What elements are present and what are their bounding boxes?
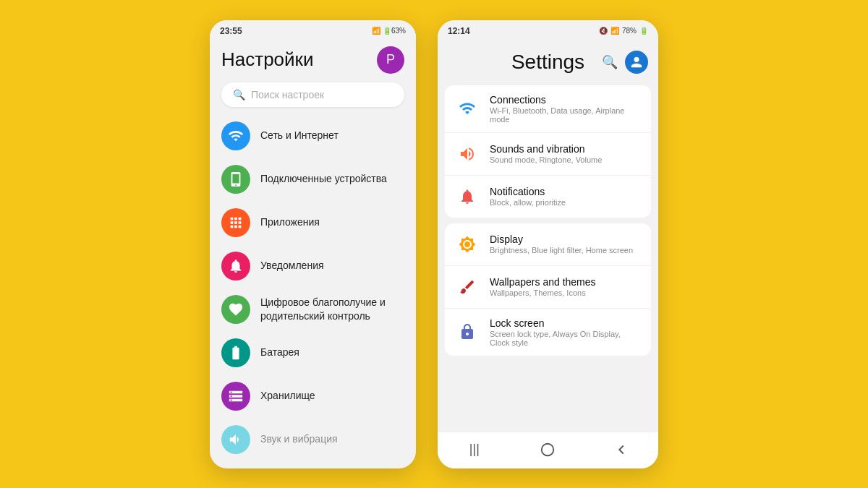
wallpapers-title: Wallpapers and themes (490, 276, 596, 288)
search-button[interactable]: 🔍 (602, 54, 618, 70)
sounds-text: Sounds and vibration Sound mode, Rington… (490, 143, 602, 164)
sound-icon (221, 425, 250, 454)
devices-icon (221, 165, 250, 194)
battery-icon-right: 🔋 (639, 27, 648, 35)
signal-icon: 📶 (610, 27, 619, 35)
left-settings-list: Сеть и Интернет Подключенные устройства … (210, 114, 416, 468)
wifi-icon (221, 121, 250, 150)
digital-wellbeing-icon (221, 295, 250, 324)
list-item[interactable]: Звук и вибрация (216, 418, 410, 461)
list-item[interactable]: Lock screen Screen lock type, Always On … (445, 309, 651, 356)
lockscreen-subtitle: Screen lock type, Always On Display, Clo… (490, 330, 641, 347)
search-placeholder: Поиск настроек (251, 89, 324, 100)
back-button[interactable] (607, 440, 636, 460)
left-status-bar: 23:55 📶 🔋63% (210, 20, 416, 39)
signal-icon: 📶 (372, 27, 380, 35)
network-label: Сеть и Интернет (260, 129, 339, 142)
recents-icon: ||| (469, 442, 480, 457)
battery-right: 78% (622, 27, 637, 35)
battery-label: Батарея (260, 346, 299, 359)
list-item[interactable]: Display Brightness, Blue light filter, H… (445, 223, 651, 266)
sound-label: Звук и вибрация (260, 432, 338, 445)
mute-icon: 🔇 (599, 27, 608, 35)
avatar[interactable]: P (377, 46, 404, 74)
right-status-bar: 12:14 🔇 📶 78% 🔋 (438, 20, 658, 39)
connections-subtitle: Wi-Fi, Bluetooth, Data usage, Airplane m… (490, 106, 641, 124)
display-text: Display Brightness, Blue light filter, H… (490, 234, 633, 254)
list-item[interactable]: Connections Wi-Fi, Bluetooth, Data usage… (445, 85, 651, 133)
left-header: Настройки P (210, 39, 416, 80)
notifications-label: Уведомления (260, 259, 324, 272)
list-item[interactable]: Хранилище (216, 374, 410, 418)
lockscreen-text: Lock screen Screen lock type, Always On … (490, 317, 641, 347)
wallpapers-icon (455, 275, 480, 299)
digital-label: Цифровое благополучие и родительский кон… (260, 296, 404, 322)
settings-group-2: Display Brightness, Blue light filter, H… (445, 223, 651, 356)
battery-icon (221, 338, 250, 367)
right-header: Settings 🔍 (438, 39, 658, 82)
storage-icon (221, 382, 250, 411)
lockscreen-title: Lock screen (490, 317, 641, 329)
list-item[interactable]: Цифровое благополучие и родительский кон… (216, 288, 410, 331)
left-phone: 23:55 📶 🔋63% Настройки P 🔍 Поиск настрое… (210, 20, 416, 468)
list-item[interactable]: Подключенные устройства (216, 158, 410, 201)
nav-bar: ||| (438, 432, 658, 468)
settings-group-1: Connections Wi-Fi, Bluetooth, Data usage… (445, 85, 651, 218)
notifications-right-subtitle: Block, allow, prioritize (490, 198, 566, 207)
battery-status: 🔋63% (383, 27, 406, 35)
connections-title: Connections (490, 94, 641, 106)
display-title: Display (490, 234, 633, 245)
display-icon (455, 232, 480, 257)
wallpapers-subtitle: Wallpapers, Themes, Icons (490, 288, 596, 297)
list-item[interactable]: Сеть и Интернет (216, 114, 410, 158)
notifications-right-text: Notifications Block, allow, prioritize (490, 186, 566, 207)
list-item[interactable]: Приложения (216, 201, 410, 244)
sounds-title: Sounds and vibration (490, 143, 602, 155)
left-status-icons: 📶 🔋63% (372, 27, 406, 35)
user-avatar[interactable] (625, 51, 648, 74)
left-title: Настройки (221, 48, 314, 71)
display-subtitle: Brightness, Blue light filter, Home scre… (490, 246, 633, 254)
home-button[interactable] (533, 440, 562, 460)
apps-icon (221, 208, 250, 237)
notifications-right-title: Notifications (490, 186, 566, 197)
list-item[interactable]: Wallpapers and themes Wallpapers, Themes… (445, 266, 651, 309)
connections-text: Connections Wi-Fi, Bluetooth, Data usage… (490, 94, 641, 124)
list-item[interactable]: Уведомления (216, 244, 410, 288)
recents-button[interactable]: ||| (460, 440, 489, 460)
right-title: Settings (511, 51, 584, 74)
right-phone: 12:14 🔇 📶 78% 🔋 Settings 🔍 Connec (438, 20, 658, 468)
connections-icon (455, 96, 480, 121)
notifications-icon (221, 252, 250, 281)
devices-label: Подключенные устройства (260, 172, 387, 185)
left-time: 23:55 (220, 26, 242, 36)
notifications-right-icon (455, 184, 480, 209)
svg-point-0 (542, 443, 554, 455)
search-icon: 🔍 (233, 89, 245, 100)
sounds-subtitle: Sound mode, Ringtone, Volume (490, 155, 602, 164)
lockscreen-icon (455, 320, 480, 344)
right-time: 12:14 (448, 26, 470, 36)
sounds-icon (455, 142, 480, 166)
storage-label: Хранилище (260, 389, 315, 402)
apps-label: Приложения (260, 215, 320, 228)
search-bar[interactable]: 🔍 Поиск настроек (221, 82, 404, 107)
wallpapers-text: Wallpapers and themes Wallpapers, Themes… (490, 276, 596, 297)
list-item[interactable]: Батарея (216, 331, 410, 374)
right-list-container: Connections Wi-Fi, Bluetooth, Data usage… (438, 82, 658, 432)
list-item[interactable]: Notifications Block, allow, prioritize (445, 176, 651, 218)
right-header-icons: 🔍 (602, 51, 648, 74)
right-status-icons: 🔇 📶 78% 🔋 (599, 27, 648, 35)
list-item[interactable]: Sounds and vibration Sound mode, Rington… (445, 133, 651, 176)
